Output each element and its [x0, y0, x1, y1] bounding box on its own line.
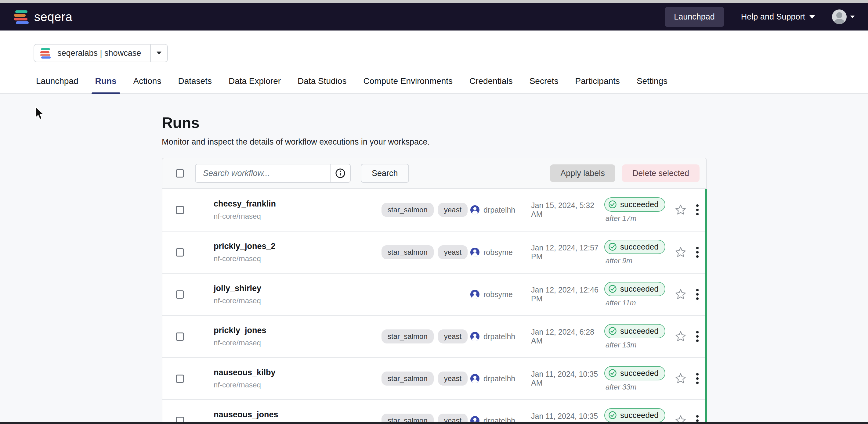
- run-duration: after 33m: [604, 383, 672, 391]
- check-circle-icon: [608, 242, 617, 251]
- tab-data-explorer[interactable]: Data Explorer: [228, 76, 281, 93]
- row-menu-icon[interactable]: [696, 204, 699, 215]
- status-text: succeeded: [620, 242, 659, 252]
- avatar: [832, 9, 847, 24]
- run-name-link[interactable]: nauseous_jones: [214, 410, 381, 419]
- launchpad-button[interactable]: Launchpad: [665, 7, 724, 27]
- run-label-pill[interactable]: star_salmon: [381, 329, 434, 344]
- workspace-name: seqeralabs | showcase: [57, 48, 141, 58]
- row-menu-icon[interactable]: [696, 289, 699, 300]
- help-menu-label: Help and Support: [741, 12, 805, 22]
- row-checkbox[interactable]: [176, 374, 184, 383]
- row-menu-icon[interactable]: [696, 247, 699, 258]
- status-text: succeeded: [620, 200, 659, 209]
- window-bottom-edge: [0, 422, 868, 424]
- run-label-pill[interactable]: star_salmon: [381, 371, 434, 386]
- run-user: robsyme: [484, 248, 513, 257]
- status-badge: succeeded: [604, 408, 665, 422]
- run-user: drpatelhh: [484, 205, 515, 215]
- run-duration: after 9m: [604, 257, 672, 265]
- run-row[interactable]: jolly_shirley nf-core/rnaseq robsyme Jan…: [162, 273, 706, 315]
- run-name-link[interactable]: nauseous_kilby: [214, 368, 381, 377]
- select-all-checkbox[interactable]: [176, 169, 184, 177]
- row-checkbox[interactable]: [176, 248, 184, 257]
- run-name-link[interactable]: prickly_jones: [214, 326, 381, 335]
- run-pipeline: nf-core/rnaseq: [214, 381, 381, 389]
- row-menu-icon[interactable]: [696, 373, 699, 384]
- run-date: Jan 11, 2024, 10:35 AM: [531, 370, 604, 387]
- workspace-header: seqeralabs | showcase LaunchpadRunsActio…: [0, 31, 868, 94]
- user-avatar-icon: [470, 374, 480, 384]
- tab-datasets[interactable]: Datasets: [178, 76, 212, 93]
- delete-selected-button[interactable]: Delete selected: [622, 164, 700, 182]
- run-row[interactable]: prickly_jones nf-core/rnaseq star_salmon…: [162, 315, 706, 357]
- run-label-pill[interactable]: yeast: [438, 329, 468, 344]
- workspace-dropdown-toggle[interactable]: [150, 44, 167, 62]
- check-circle-icon: [608, 326, 617, 335]
- run-pipeline: nf-core/rnaseq: [214, 296, 381, 305]
- run-name-link[interactable]: cheesy_franklin: [214, 199, 381, 209]
- star-icon[interactable]: [675, 372, 687, 385]
- run-user: drpatelhh: [484, 374, 515, 383]
- tab-participants[interactable]: Participants: [575, 76, 620, 93]
- tab-launchpad[interactable]: Launchpad: [36, 76, 79, 93]
- user-avatar-icon: [470, 332, 480, 341]
- run-date: Jan 12, 2024, 12:57 PM: [531, 243, 604, 261]
- search-input[interactable]: [196, 164, 330, 182]
- info-icon: [335, 168, 346, 179]
- search-group: [195, 164, 351, 183]
- run-row[interactable]: cheesy_franklin nf-core/rnaseq star_salm…: [162, 189, 706, 231]
- search-info-button[interactable]: [330, 164, 350, 182]
- apply-labels-button[interactable]: Apply labels: [550, 164, 615, 182]
- run-name-link[interactable]: prickly_jones_2: [214, 241, 381, 251]
- check-circle-icon: [608, 200, 617, 209]
- top-navbar: seqera Launchpad Help and Support: [0, 3, 868, 31]
- run-date: Jan 12, 2024, 6:28 AM: [531, 328, 604, 345]
- tab-compute-environments[interactable]: Compute Environments: [363, 76, 453, 93]
- run-label-pill[interactable]: star_salmon: [381, 245, 434, 259]
- seqera-brand[interactable]: seqera: [14, 9, 72, 24]
- run-labels: star_salmonyeast: [381, 203, 470, 217]
- status-text: succeeded: [620, 284, 659, 294]
- run-row[interactable]: prickly_jones_2 nf-core/rnaseq star_salm…: [162, 231, 706, 273]
- run-row[interactable]: nauseous_kilby nf-core/rnaseq star_salmo…: [162, 357, 706, 399]
- run-label-pill[interactable]: yeast: [438, 245, 468, 259]
- brand-name: seqera: [34, 10, 72, 24]
- row-menu-icon[interactable]: [696, 331, 699, 342]
- help-and-support-menu[interactable]: Help and Support: [741, 12, 815, 22]
- star-icon[interactable]: [675, 288, 687, 300]
- tab-actions[interactable]: Actions: [133, 76, 161, 93]
- tab-runs[interactable]: Runs: [95, 76, 117, 93]
- user-avatar-icon: [470, 205, 480, 215]
- tab-settings[interactable]: Settings: [637, 76, 668, 93]
- check-circle-icon: [608, 284, 617, 293]
- tab-secrets[interactable]: Secrets: [530, 76, 559, 93]
- workspace-logo-icon: [40, 48, 51, 58]
- star-icon[interactable]: [675, 246, 687, 258]
- chevron-down-icon: [850, 15, 855, 18]
- user-menu[interactable]: [832, 9, 855, 24]
- star-icon[interactable]: [675, 204, 687, 216]
- page-subtitle: Monitor and inspect the details of workf…: [162, 137, 430, 147]
- runs-toolbar: Search Apply labels Delete selected: [162, 158, 706, 189]
- run-label-pill[interactable]: yeast: [438, 203, 468, 217]
- status-badge: succeeded: [604, 240, 665, 254]
- tab-data-studios[interactable]: Data Studios: [298, 76, 346, 93]
- run-name-link[interactable]: jolly_shirley: [214, 284, 381, 293]
- row-checkbox[interactable]: [176, 332, 184, 341]
- run-row[interactable]: nauseous_jones nf-core/rnaseq star_salmo…: [162, 399, 706, 424]
- run-labels: star_salmonyeast: [381, 329, 470, 344]
- status-badge: succeeded: [604, 197, 665, 212]
- user-avatar-icon: [470, 248, 480, 257]
- tab-credentials[interactable]: Credentials: [469, 76, 513, 93]
- search-button[interactable]: Search: [361, 164, 409, 183]
- workspace-selector[interactable]: seqeralabs | showcase: [34, 44, 168, 62]
- run-label-pill[interactable]: yeast: [438, 371, 468, 386]
- star-icon[interactable]: [675, 330, 687, 343]
- row-checkbox[interactable]: [176, 206, 184, 214]
- run-duration: after 17m: [604, 214, 672, 223]
- row-checkbox[interactable]: [176, 290, 184, 299]
- page-title: Runs: [162, 114, 199, 132]
- run-label-pill[interactable]: star_salmon: [381, 203, 434, 217]
- run-user: robsyme: [484, 290, 513, 299]
